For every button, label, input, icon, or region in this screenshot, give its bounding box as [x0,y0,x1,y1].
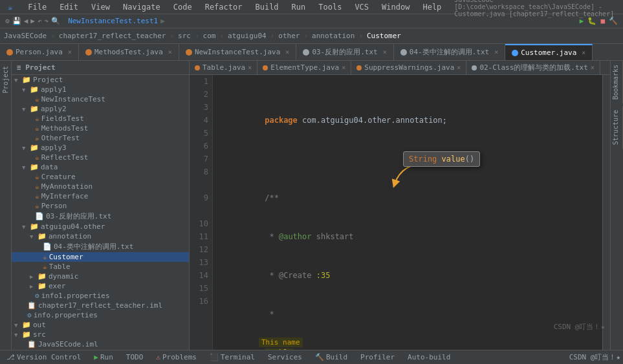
code-content[interactable]: package com.atguigu04.other.annotation; … [213,75,602,350]
bottom-tab-run[interactable]: ▶ Run [90,352,117,363]
tree-info-prop[interactable]: ⚙ info.properties [12,310,189,320]
tree-methodstest[interactable]: ☕ MethodsTest [12,123,189,133]
menu-item-refactor[interactable]: Refactor [202,1,245,13]
code-line-6: * [218,295,597,308]
menu-item-vcs[interactable]: VCS [352,1,371,13]
tab-reflect-txt[interactable]: 03-反射的应用.txt × [296,44,393,60]
bc-javasecode[interactable]: JavaSECode [4,32,47,40]
right-side-tabs: Bookmarks Structure [610,61,623,350]
tree-othertest[interactable]: ☕ OtherTest [12,133,189,143]
menu-item-tools[interactable]: Tools [316,1,344,13]
bottom-tab-profiler[interactable]: Profiler [356,352,399,363]
debug-button[interactable]: 🐛 [587,17,596,25]
tree-apply3[interactable]: ▼ 📁 apply3 [12,143,189,153]
menu-item-window[interactable]: Window [379,1,412,13]
bc-com[interactable]: com [203,32,216,40]
tree-dynamic[interactable]: ▶ 📁 dynamic [12,272,189,281]
sidebar-header: ≡ Project [12,61,189,75]
tree-fieldstest[interactable]: ☕ FieldsTest [12,114,189,123]
stop-button[interactable]: ■ [600,17,605,25]
toolbar-icon-6[interactable]: ↷ [45,17,49,25]
run-controls: ▶ 🐛 ■ 🔨 [580,17,618,25]
editor-area: Table.java × ElementType.java × Suppress… [190,61,610,350]
menu-item-view[interactable]: View [89,1,113,13]
code-line-5: * @Create :35 [218,256,597,269]
tree-javasecode-iml[interactable]: 📋 JavaSECode.iml [12,339,189,349]
title-bar-text: JavaSECode [D:\code\workspace_teach\Java… [452,0,618,19]
bottom-tab-todo[interactable]: TODO [122,352,148,363]
tree-data[interactable]: ▼ 📁 data [12,162,189,172]
build-button[interactable]: 🔨 [609,17,618,25]
bottom-tab-auto-build[interactable]: Auto-build [404,352,454,363]
tree-reflecttest[interactable]: ☕ ReflectTest [12,153,189,162]
tree-myannotation[interactable]: ☕ MyAnnotation [12,182,189,191]
bc-other[interactable]: other [278,32,300,40]
menu-item-help[interactable]: Help [420,1,444,13]
project-sidebar: ≡ Project ▼ 📁 Project ▼ 📁 apply1 ☕ NewIn… [12,61,190,350]
tree-project[interactable]: ▼ 📁 Project [12,75,189,85]
menu-item-edit[interactable]: Edit [57,1,81,13]
tree-out[interactable]: ▼ 📁 out [12,320,189,330]
tab-methodstest[interactable]: MethodsTest.java × [79,44,179,60]
toolbar-icon-4[interactable]: ▶ [30,17,35,25]
bc-atguigu04[interactable]: atguigu04 [228,32,267,40]
status-right: CSDN @叮当！★ [569,352,620,362]
tree-reflect-txt[interactable]: 📄 03-反射的应用.txt [12,211,189,222]
tree-atguigu04[interactable]: ▼ 📁 atguigu04.other [12,222,189,231]
menu-item-file[interactable]: File [25,1,49,13]
tree-info1[interactable]: ⚙ info1.properties [12,291,189,301]
tree-apply2[interactable]: ▼ 📁 apply2 [12,104,189,114]
tree-chapter17-iml[interactable]: 📋 chapter17_reflect_teacher.iml [12,301,189,310]
code-line-3: /** [218,178,597,191]
tree-person[interactable]: ☕ Person [12,201,189,211]
menu-item-run[interactable]: Run [289,1,309,13]
structure-tab[interactable]: Structure [611,106,623,149]
toolbar-icon-5[interactable]: ↶ [38,17,42,25]
menu-item-build[interactable]: Build [252,1,281,13]
bc-annotation[interactable]: annotation [312,32,355,40]
path-new-instance[interactable]: NewInstanceTest.test1 [68,17,158,25]
toolbar-icon-2[interactable]: 💾 [12,17,21,25]
bottom-tab-build[interactable]: 🔨 Build [311,352,351,363]
sec-tab-suppresswarnings[interactable]: SuppressWarnings.java × [351,61,466,74]
tree-external-libs[interactable]: ▼ 📁 External Libraries [12,349,189,350]
project-tab-icon[interactable]: Project [1,63,10,96]
menu-bar: ☕ File Edit View Navigate Code Refactor … [0,0,623,14]
right-gutter [602,75,610,350]
toolbar-icon-3[interactable]: ◀ [24,17,28,25]
tree-apply1[interactable]: ▼ 📁 apply1 [12,85,189,94]
tab-annotation-txt[interactable]: 04-类中注解的调用.txt × [394,44,505,60]
sec-tab-elementtype[interactable]: ElementType.java × [257,61,351,74]
code-line-4: * @author shkstart [218,217,597,230]
watermark: CSDN @叮当！★ [554,322,605,332]
toolbar-icon-1[interactable]: ⚙ [5,17,10,25]
bottom-tab-version-control[interactable]: ⎇ Version Control [3,352,85,363]
tree-annotation-folder[interactable]: ▼ 📁 annotation [12,231,189,241]
bc-src[interactable]: src [178,32,191,40]
tree-myinterface[interactable]: ☕ MyInterface [12,191,189,201]
bc-chapter17[interactable]: chapter17_reflect_teacher [59,32,166,40]
code-area: 1 2 3 4 5 6 7 8 9 10 11 12 13 14 15 16 1… [190,75,610,350]
tree-customer-file[interactable]: ☕ Customer [12,252,189,262]
tree-creature[interactable]: ☕ Creature [12,172,189,182]
tree-src[interactable]: ▼ 📁 src [12,330,189,339]
sec-tab-class-txt[interactable]: 02-Class的理解与类的加载.txt × [466,61,600,74]
tab-person[interactable]: Person.java × [0,44,79,60]
bottom-tab-problems[interactable]: ⚠ Problems [152,352,201,363]
menu-item-code[interactable]: Code [171,1,195,13]
menu-item-navigate[interactable]: Navigate [120,1,163,13]
tree-table-file[interactable]: ☕ Table [12,262,189,272]
tab-newinstancetest[interactable]: NewInstanceTest.java × [179,44,296,60]
tab-customer[interactable]: Customer.java × [505,44,593,60]
bottom-tab-terminal[interactable]: ⬛ Terminal [206,352,259,363]
bookmarks-tab[interactable]: Bookmarks [611,61,623,103]
toolbar-icon-7[interactable]: 🔍 [51,17,60,25]
sec-tab-table[interactable]: Table.java × [190,61,257,74]
tree-newinstancetest[interactable]: ☕ NewInstanceTest [12,94,189,104]
tree-exer[interactable]: ▶ 📁 exer [12,281,189,291]
bc-customer[interactable]: Customer [367,32,401,40]
bottom-tab-services[interactable]: Services [264,352,306,363]
breadcrumb-bar: JavaSECode › chapter17_reflect_teacher ›… [0,28,623,44]
run-button[interactable]: ▶ [580,17,584,25]
tree-annotation-txt[interactable]: 📄 04-类中注解的调用.txt [12,241,189,252]
